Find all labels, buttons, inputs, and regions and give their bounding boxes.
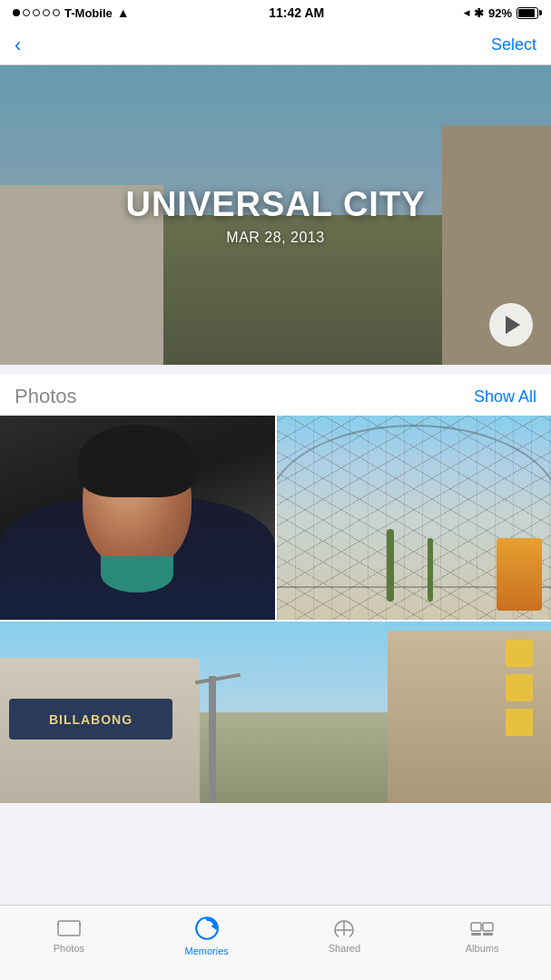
svg-rect-10 (483, 933, 493, 936)
photo-wide[interactable]: BILLABONG (0, 622, 551, 803)
battery-percent: 92% (488, 6, 512, 20)
dot-5 (53, 9, 60, 16)
location-icon: ◂ (464, 6, 469, 19)
svg-rect-1 (57, 923, 59, 926)
nav-bar: ‹ Select (0, 25, 551, 65)
svg-rect-8 (483, 923, 493, 931)
hero-date: MAR 28, 2013 (0, 230, 551, 246)
back-button[interactable]: ‹ (15, 34, 21, 57)
svg-rect-0 (58, 921, 80, 936)
tab-shared[interactable]: Shared (317, 917, 371, 954)
status-right: ◂ ✱ 92% (464, 6, 538, 20)
signal-dots (13, 9, 60, 16)
photos-tab-label: Photos (54, 943, 84, 954)
photo-cell-dome[interactable] (277, 416, 552, 620)
status-time: 11:42 AM (269, 5, 324, 20)
tab-memories[interactable]: Memories (180, 915, 234, 956)
play-icon (506, 316, 520, 334)
photos-section-label: Photos (15, 385, 77, 408)
dot-4 (43, 9, 50, 16)
play-button[interactable] (489, 303, 533, 347)
carrier-name: T-Mobile (64, 6, 113, 20)
shared-tab-label: Shared (329, 943, 360, 954)
battery-icon (517, 7, 538, 19)
status-left: T-Mobile ▲ (13, 5, 130, 20)
photos-section: Photos Show All (0, 374, 551, 803)
show-all-button[interactable]: Show All (474, 387, 536, 407)
tab-photos[interactable]: Photos (42, 917, 96, 954)
svg-marker-4 (211, 924, 215, 929)
hero-text-container: UNIVERSAL CITY MAR 28, 2013 (0, 185, 551, 246)
status-bar: T-Mobile ▲ 11:42 AM ◂ ✱ 92% (0, 0, 551, 25)
photos-header: Photos Show All (0, 374, 551, 416)
dot-3 (33, 9, 40, 16)
shared-tab-icon (331, 917, 357, 939)
memories-tab-label: Memories (184, 946, 228, 956)
albums-tab-label: Albums (466, 943, 499, 954)
photo-cell-portrait[interactable] (0, 416, 275, 620)
hero-memory-card[interactable]: UNIVERSAL CITY MAR 28, 2013 (0, 65, 551, 365)
photo-grid (0, 416, 551, 620)
albums-tab-icon (469, 917, 495, 939)
dot-1 (13, 9, 20, 16)
dot-2 (23, 9, 30, 16)
hero-location-title: UNIVERSAL CITY (0, 185, 551, 224)
select-button[interactable]: Select (491, 35, 536, 54)
memories-tab-icon (193, 915, 221, 942)
wifi-icon: ▲ (117, 5, 130, 20)
svg-rect-2 (79, 923, 81, 926)
main-content: UNIVERSAL CITY MAR 28, 2013 Photos Show … (0, 65, 551, 878)
person-face (0, 416, 275, 620)
photos-tab-icon (56, 917, 82, 939)
svg-rect-7 (471, 923, 481, 931)
bluetooth-icon: ✱ (474, 6, 484, 20)
svg-rect-9 (471, 933, 481, 936)
tab-bar: Photos Memories Shared Albums (0, 905, 551, 980)
tab-albums[interactable]: Albums (455, 917, 509, 954)
